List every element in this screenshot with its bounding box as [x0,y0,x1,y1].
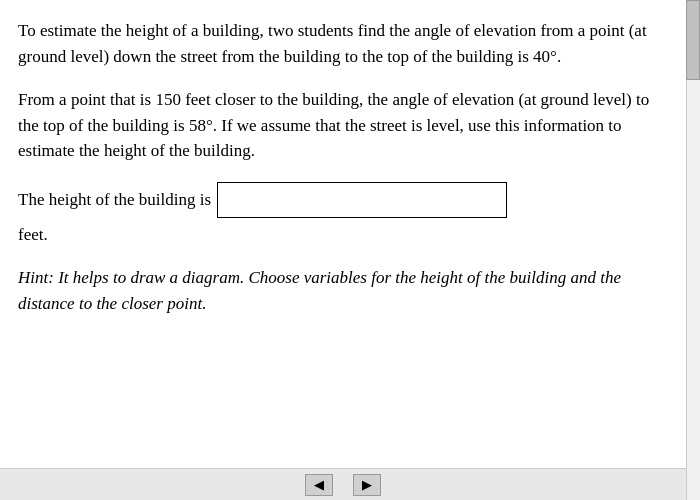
paragraph-1-text: To estimate the height of a building, tw… [18,21,647,66]
paragraph-1: To estimate the height of a building, tw… [18,18,662,69]
answer-section: The height of the building is feet. [18,182,662,248]
scrollbar-track[interactable] [686,0,700,500]
page-container: To estimate the height of a building, tw… [0,0,700,500]
paragraph-2-text: From a point that is 150 feet closer to … [18,90,649,160]
scrollbar-thumb[interactable] [686,0,700,80]
hint-text: Hint: It helps to draw a diagram. Choose… [18,268,621,313]
prev-button[interactable]: ◀ [305,474,333,496]
answer-input[interactable] [217,182,507,218]
paragraph-2: From a point that is 150 feet closer to … [18,87,662,164]
answer-row: The height of the building is [18,182,662,218]
answer-label-before: The height of the building is [18,187,211,213]
content-area: To estimate the height of a building, tw… [18,18,678,316]
answer-label-after: feet. [18,222,662,248]
next-button[interactable]: ▶ [353,474,381,496]
hint-section: Hint: It helps to draw a diagram. Choose… [18,265,662,316]
bottom-nav-bar: ◀ ▶ [0,468,686,500]
